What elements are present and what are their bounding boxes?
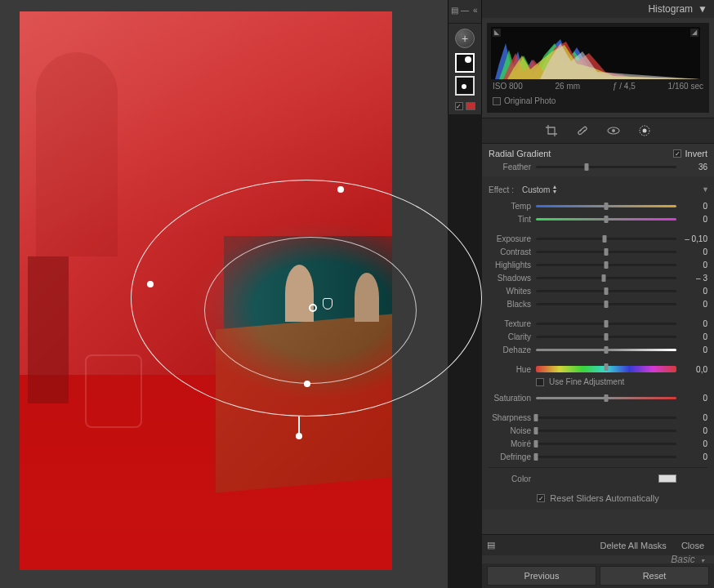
sharpness-label: Sharpness (489, 413, 531, 422)
redeye-icon[interactable] (607, 124, 620, 137)
effect-dropdown[interactable]: Custom ▴▾ (522, 185, 556, 194)
mask-overlay-checkbox[interactable] (455, 102, 463, 110)
previous-button[interactable]: Previous (487, 566, 596, 586)
ellipse-rotation-handle[interactable] (296, 433, 302, 439)
contrast-value[interactable]: 0 (681, 247, 707, 256)
texture-slider[interactable] (536, 323, 676, 325)
histogram-focal: 26 mm (556, 82, 581, 91)
disclosure-triangle-icon[interactable]: ▼ (698, 3, 707, 15)
noise-label: Noise (489, 426, 531, 435)
heal-icon[interactable] (576, 124, 589, 137)
saturation-slider[interactable] (536, 397, 676, 399)
histogram-canvas[interactable]: ◣ ◢ (491, 27, 700, 79)
whites-slider[interactable] (536, 290, 676, 292)
histogram-iso: ISO 800 (493, 82, 523, 91)
mask-strip: ▤ — « + (448, 0, 482, 114)
canvas-area (0, 0, 448, 588)
dehaze-value[interactable]: 0 (681, 345, 707, 354)
mask-overlay-color-icon[interactable] (466, 102, 475, 110)
panel-collapse-icon[interactable]: — (461, 6, 470, 16)
exposure-slider[interactable] (536, 238, 676, 240)
hue-value[interactable]: 0,0 (681, 365, 707, 374)
toggle-panel-icon[interactable]: ▤ (487, 540, 495, 550)
feather-slider[interactable] (536, 166, 676, 168)
moire-label: Moiré (489, 439, 531, 448)
noise-value[interactable]: 0 (681, 426, 707, 435)
temp-slider[interactable] (536, 205, 676, 207)
ellipse-handle-bottom[interactable] (304, 381, 310, 387)
sharpness-slider[interactable] (536, 416, 676, 419)
tint-value[interactable]: 0 (681, 215, 707, 224)
dropdown-arrows-icon: ▴▾ (553, 185, 556, 194)
shadows-slider[interactable] (536, 277, 676, 279)
ellipse-rotation-line (298, 416, 300, 434)
whites-label: Whites (489, 287, 531, 296)
exposure-value[interactable]: – 0,10 (681, 234, 707, 243)
saturation-value[interactable]: 0 (681, 394, 707, 403)
svg-point-6 (643, 129, 647, 133)
contrast-label: Contrast (489, 247, 531, 256)
defringe-value[interactable]: 0 (681, 452, 707, 461)
highlights-label: Highlights (489, 261, 531, 270)
clarity-slider[interactable] (536, 336, 676, 338)
feather-value[interactable]: 36 (681, 163, 707, 172)
hue-slider[interactable] (536, 366, 676, 372)
temp-value[interactable]: 0 (681, 202, 707, 211)
fine-adjustment-label: Use Fine Adjustment (549, 377, 624, 386)
bottom-button-row: Previous Reset (482, 564, 714, 588)
moire-value[interactable]: 0 (681, 439, 707, 448)
tint-slider[interactable] (536, 218, 676, 220)
contrast-slider[interactable] (536, 251, 676, 253)
color-swatch[interactable] (658, 474, 676, 483)
invert-checkbox[interactable] (673, 149, 681, 158)
delete-all-masks-link[interactable]: Delete All Masks (600, 541, 667, 550)
texture-label: Texture (489, 319, 531, 328)
defringe-slider[interactable] (536, 456, 676, 458)
close-link[interactable]: Close (681, 541, 704, 550)
shadows-value[interactable]: – 3 (681, 274, 707, 283)
feather-label: Feather (489, 163, 531, 172)
reset-auto-checkbox[interactable] (537, 494, 545, 502)
whites-value[interactable]: 0 (681, 287, 707, 296)
saturation-label: Saturation (489, 394, 531, 403)
effect-label: Effect : (489, 185, 514, 194)
reset-button[interactable]: Reset (600, 566, 709, 586)
histogram-header[interactable]: Histogram ▼ (482, 0, 714, 18)
mask-thumbnail-1[interactable] (455, 53, 475, 73)
original-photo-label: Original Photo (504, 96, 556, 105)
panel-toggle-icon[interactable]: ▤ (450, 6, 459, 16)
mask-visibility-icon[interactable] (323, 298, 332, 310)
original-photo-checkbox[interactable] (493, 97, 501, 105)
temp-label: Temp (489, 202, 531, 211)
clarity-label: Clarity (489, 332, 531, 341)
ellipse-handle-top[interactable] (337, 186, 344, 193)
invert-label: Invert (685, 149, 707, 158)
panel-expand-icon[interactable]: « (471, 6, 480, 16)
blacks-slider[interactable] (536, 303, 676, 305)
highlights-value[interactable]: 0 (681, 261, 707, 270)
texture-value[interactable]: 0 (681, 319, 707, 328)
blacks-label: Blacks (489, 300, 531, 309)
effect-disclosure-icon[interactable]: ▼ (702, 185, 709, 194)
mask-type-label: Radial Gradient (489, 149, 551, 158)
ellipse-handle-left[interactable] (147, 281, 154, 287)
mask-thumbnail-2[interactable] (455, 76, 475, 96)
fine-adjustment-checkbox[interactable] (536, 378, 544, 386)
dehaze-slider[interactable] (536, 349, 676, 351)
masking-icon[interactable] (638, 124, 651, 137)
mask-shape-icon (465, 56, 471, 63)
crop-icon[interactable] (545, 124, 558, 137)
blacks-value[interactable]: 0 (681, 300, 707, 309)
moire-slider[interactable] (536, 443, 676, 445)
color-label: Color (489, 474, 531, 483)
develop-panel: Histogram ▼ ◣ ◢ ISO 800 26 mm ƒ / 4,5 1/… (482, 0, 714, 588)
hue-label: Hue (489, 365, 531, 374)
add-mask-button[interactable]: + (455, 29, 475, 48)
noise-slider[interactable] (536, 430, 676, 432)
clarity-value[interactable]: 0 (681, 332, 707, 341)
highlights-slider[interactable] (536, 264, 676, 266)
plus-icon: + (462, 32, 468, 45)
ellipse-center-pin[interactable] (309, 304, 317, 312)
sharpness-value[interactable]: 0 (681, 413, 707, 422)
dehaze-label: Dehaze (489, 345, 531, 354)
